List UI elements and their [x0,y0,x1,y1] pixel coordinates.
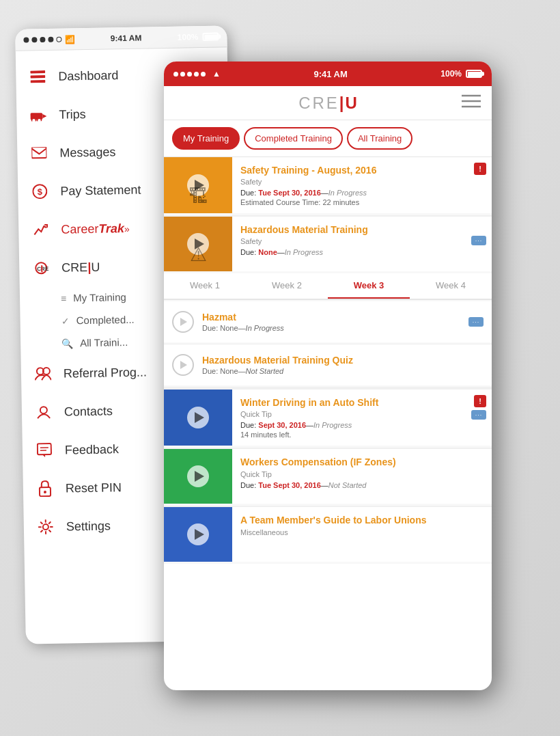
workers-play-btn[interactable] [187,465,209,487]
creu-label: CRE|U [61,260,100,275]
signal-dots [23,36,61,42]
training-item-hazmat-main[interactable]: ⚠ Hazardous Material Training Safety Due… [164,217,492,271]
hazmat-inline-info: Hazmat Due: None—In Progress [202,312,460,332]
winter-due-date: Sept 30, 2016 [258,421,306,429]
svg-text:CRE: CRE [37,266,48,272]
hazmat-main-dots-badge: ··· [471,236,486,245]
week4-tab[interactable]: Week 4 [410,273,492,299]
hamburger-menu-button[interactable] [462,94,481,112]
contacts-icon [34,403,53,422]
safety-thumb: 🏗 [164,157,232,213]
svg-point-22 [43,524,48,530]
safety-category: Safety [240,178,484,186]
training-item-workers[interactable]: Workers Compensation (IF Zones) Quick Ti… [164,449,492,504]
play-triangle5 [195,529,204,540]
hazmat-inline-date: None [220,324,238,332]
hazmat-main-thumb: ⚠ [164,217,232,271]
svg-marker-4 [42,114,46,118]
winter-due: Due: Sept 30, 2016—In Progress [240,421,484,429]
hazmat-inline-title: Hazmat [202,312,460,323]
battery-percent: 100% [178,32,199,42]
hazmat-main-category: Safety [240,237,484,245]
hazmat-quiz-play[interactable] [172,354,194,376]
page-background: 📶 9:41 AM 100% Dashboard Trips [0,0,560,736]
svg-rect-7 [31,147,46,158]
workers-due: Due: Tue Sept 30, 2016—Not Started [240,481,484,489]
workers-thumb [164,449,232,504]
play-triangle3 [195,412,204,423]
winter-play-btn[interactable] [187,407,209,428]
feedback-icon [35,441,54,460]
play-circle-triangle2 [180,361,187,369]
front-battery-pct: 100% [440,69,462,79]
dot3 [40,37,45,42]
labor-info: A Team Member's Guide to Labor Unions Mi… [232,507,492,562]
workers-due-date: Tue Sept 30, 2016 [258,481,321,489]
pay-label: Pay Statement [60,182,141,198]
training-item-safety[interactable]: 🏗 Safety Training - August, 2016 Safety … [164,157,492,213]
referral-label: Referral Prog... [64,365,147,381]
week-tabs: Week 1 Week 2 Week 3 Week 4 [164,273,492,300]
safety-time: Estimated Course Time: 22 minutes [240,198,484,206]
safety-due-date: Tue Sept 30, 2016 [258,189,321,197]
dot4 [48,36,53,42]
dashboard-icon [28,67,47,86]
svg-point-6 [37,118,41,121]
settings-label: Settings [66,519,111,534]
winter-info: Winter Driving in an Auto Shift Quick Ti… [232,390,492,446]
hazmat-main-title: Hazardous Material Training [240,223,484,236]
training-item-winter[interactable]: Winter Driving in an Auto Shift Quick Ti… [164,390,492,446]
sig-dot1 [173,72,178,77]
winter-category: Quick Tip [240,410,484,418]
hazmat-inline-status: In Progress [246,324,284,332]
svg-point-5 [31,118,36,121]
trips-label: Trips [59,107,86,122]
sig-dot5 [201,72,206,77]
workers-category: Quick Tip [240,470,484,478]
hazmat-quiz-status: Not Started [246,367,284,375]
tab-my-training[interactable]: My Training [172,127,240,150]
week-item-hazmat[interactable]: Hazmat Due: None—In Progress ··· [164,301,492,342]
creu-icon: CRE [31,258,51,277]
phone-front: ▲ 9:41 AM 100% CRE|U My Training Complet… [164,62,492,690]
front-status-right: 100% [440,69,482,79]
hazmat-inline-play[interactable] [172,311,194,333]
my-training-sub-label: My Training [73,291,126,303]
sig-dot4 [194,72,199,77]
status-time: 9:41 AM [111,33,142,43]
winter-status: In Progress [313,421,352,429]
hazmat-quiz-due: Due: None—Not Started [202,367,484,375]
hazmat-quiz-title: Hazardous Material Training Quiz [202,355,484,366]
hazmat-main-due: Due: None—In Progress [240,248,484,256]
messages-icon [29,144,48,163]
hazmat-inline-due: Due: None—In Progress [202,324,460,332]
hazmat-main-status: In Progress [285,248,323,256]
wifi-icon: 📶 [64,34,74,44]
week1-tab[interactable]: Week 1 [164,273,246,299]
tab-completed-training[interactable]: Completed Training [244,127,343,150]
status-right: 100% [178,31,219,42]
week-item-hazmat-quiz[interactable]: Hazardous Material Training Quiz Due: No… [164,344,492,385]
safety-status: In Progress [328,189,367,197]
dot2 [31,37,37,42]
search-icon: 🔍 [61,338,73,349]
labor-title: A Team Member's Guide to Labor Unions [240,514,484,526]
tab-all-training[interactable]: All Training [347,127,412,150]
labor-play-btn[interactable] [187,523,209,545]
pay-icon: $ [30,182,49,201]
winter-title: Winter Driving in an Auto Shift [240,396,484,409]
hazmat-quiz-date: None [220,367,238,375]
labor-category: Miscellaneous [240,528,484,536]
dashboard-label: Dashboard [58,68,118,84]
week2-tab[interactable]: Week 2 [246,273,328,299]
signal-dots-front [173,72,206,77]
svg-rect-16 [38,444,51,454]
svg-point-21 [44,491,46,493]
all-training-sub-label: All Traini... [80,336,128,349]
week3-tab[interactable]: Week 3 [328,273,410,299]
wifi-icon-front: ▲ [212,69,221,79]
training-item-labor[interactable]: A Team Member's Guide to Labor Unions Mi… [164,507,492,562]
safety-info: Safety Training - August, 2016 Safety Du… [232,157,492,213]
safety-title: Safety Training - August, 2016 [240,164,484,176]
svg-rect-1 [30,75,45,78]
